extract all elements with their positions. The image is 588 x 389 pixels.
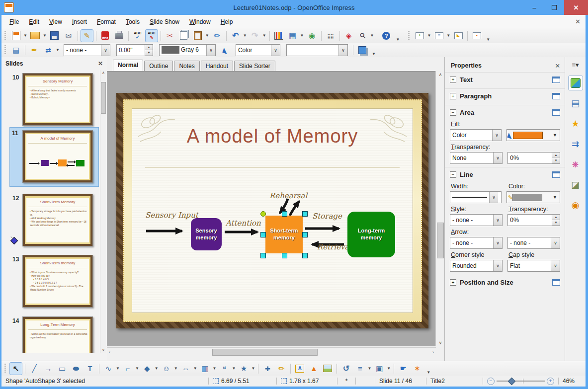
spin-down-icon[interactable]: ▼ <box>552 158 560 163</box>
properties-close-icon[interactable]: ✕ <box>555 62 560 70</box>
minimize-button[interactable]: – <box>524 0 544 15</box>
open-button[interactable] <box>29 29 42 42</box>
paste-dropdown-caret[interactable]: ▼ <box>205 33 209 38</box>
slide-design-button[interactable] <box>452 29 465 42</box>
dropdown-arrow-icon[interactable]: ▼ <box>551 133 559 138</box>
email-button[interactable] <box>62 29 75 42</box>
sidebar-settings-icon[interactable]: ≡▾ <box>572 61 579 70</box>
fill-color-picker[interactable]: ▼ <box>506 129 560 141</box>
arrow-style-button[interactable] <box>42 44 55 57</box>
new-slide-dropdown-caret[interactable]: ▼ <box>427 33 431 38</box>
edit-points-button[interactable] <box>261 362 274 375</box>
expand-icon[interactable]: + <box>450 77 456 83</box>
tab-gallery[interactable] <box>568 177 583 192</box>
redo-button[interactable] <box>249 29 261 42</box>
zoom-dropdown-caret[interactable]: ▼ <box>370 33 374 38</box>
slide-indicator[interactable]: Slide 11 / 46 <box>375 378 426 385</box>
label-rehearsal[interactable]: Rehearsal <box>269 191 307 200</box>
dropdown-arrow-icon[interactable]: ∨ <box>338 45 347 56</box>
clone-formatting-button[interactable] <box>211 29 224 42</box>
animation-effects-button[interactable] <box>411 362 423 375</box>
spin-down-icon[interactable]: ▼ <box>145 50 153 56</box>
toolbar-overflow-icon[interactable]: ▼ <box>394 37 401 43</box>
scrollbar-thumb[interactable] <box>101 82 106 114</box>
redo-dropdown-caret[interactable]: ▼ <box>262 33 266 38</box>
slide-canvas[interactable]: A model of Memory <box>116 93 428 328</box>
scroll-down-icon[interactable]: ∨ <box>100 347 106 353</box>
menu-edit[interactable]: Edit <box>24 16 44 27</box>
scroll-left-icon[interactable]: ‹ <box>109 350 110 355</box>
toolbar-grip[interactable] <box>3 31 7 41</box>
toolbar-overflow-icon[interactable]: ▼ <box>485 37 492 43</box>
slide-thumbnail-12[interactable]: Short-Term Memory Temporary storage for … <box>22 194 93 246</box>
arrow-tool-button[interactable] <box>42 362 55 375</box>
shadow-button[interactable] <box>356 44 369 57</box>
menu-tools[interactable]: Tools <box>121 16 145 27</box>
arrow-start-select[interactable]: - none -∨ <box>450 237 503 249</box>
scroll-down-icon[interactable]: ∨ <box>436 340 445 345</box>
menu-file[interactable]: File <box>4 16 24 27</box>
dialog-launcher-icon[interactable] <box>552 77 560 83</box>
menu-format[interactable]: Format <box>92 16 121 27</box>
tab-slide-sorter[interactable]: Slide Sorter <box>234 61 275 71</box>
tab-styles-formatting[interactable] <box>568 157 583 172</box>
toolbar-grip[interactable] <box>407 31 411 41</box>
vertical-scrollbar[interactable]: ∧ ∨ <box>435 71 445 346</box>
dropdown-arrow-icon[interactable]: ∨ <box>206 45 215 56</box>
save-button[interactable] <box>48 29 61 42</box>
arrow-end-select[interactable]: - none -∨ <box>507 237 560 249</box>
box-short-term-memory[interactable]: Short-term memory <box>265 216 303 253</box>
expand-icon[interactable]: + <box>450 279 456 286</box>
zoom-out-icon[interactable]: − <box>487 378 495 385</box>
dropdown-arrow-icon[interactable]: ∨ <box>493 260 502 271</box>
horizontal-scrollbar[interactable]: ‹ › <box>107 347 436 357</box>
selection-handle[interactable] <box>282 211 287 217</box>
tab-custom-animation[interactable] <box>568 116 583 131</box>
toolbar-overflow-icon[interactable]: ▼ <box>425 370 432 376</box>
dialog-launcher-icon[interactable] <box>552 279 560 286</box>
basic-shapes-button[interactable] <box>141 362 154 375</box>
spin-down-icon[interactable]: ▼ <box>552 220 560 226</box>
new-slide-button[interactable] <box>413 29 426 42</box>
open-dropdown-caret[interactable]: ▼ <box>43 33 47 38</box>
cut-button[interactable] <box>164 29 176 42</box>
transparency-type-select[interactable]: None∨ <box>450 152 503 164</box>
arrange-button[interactable] <box>373 362 386 375</box>
zoom-track[interactable] <box>497 381 545 382</box>
layout-name[interactable]: Title2 <box>426 378 483 385</box>
selection-handle[interactable] <box>302 232 308 237</box>
fontwork-button[interactable] <box>293 362 306 375</box>
fill-type-select[interactable]: Color∨ <box>236 44 280 56</box>
dialog-launcher-icon[interactable] <box>552 109 560 116</box>
tab-handout[interactable]: Handout <box>201 61 233 71</box>
line-style-select[interactable]: - none -∨ <box>64 44 110 56</box>
spin-up-icon[interactable]: ▲ <box>145 45 153 50</box>
curve-caret[interactable]: ▼ <box>116 366 120 371</box>
collapse-icon[interactable]: − <box>450 171 456 178</box>
slide-layout-dropdown-caret[interactable]: ▼ <box>446 33 450 38</box>
navigator-button[interactable] <box>342 29 355 42</box>
from-file-button[interactable] <box>307 362 320 375</box>
table-dropdown-caret[interactable]: ▼ <box>300 33 304 38</box>
paste-button[interactable] <box>191 29 204 42</box>
selection-handle[interactable] <box>260 232 266 237</box>
dropdown-arrow-icon[interactable]: ▼ <box>551 195 559 200</box>
line-style-select[interactable]: - none -∨ <box>450 214 503 226</box>
slide-thumbnail-14[interactable]: Long-Term Memory Stores all the informat… <box>22 316 93 353</box>
connector-button[interactable] <box>121 362 134 375</box>
callouts-button[interactable] <box>218 362 231 375</box>
arrow-style-caret[interactable]: ▼ <box>56 48 60 52</box>
line-button[interactable] <box>28 44 41 57</box>
slide-title[interactable]: A model of Memory <box>132 126 413 147</box>
insert-table-button[interactable] <box>286 29 299 42</box>
tab-master-pages[interactable] <box>568 96 583 111</box>
line-width-select[interactable]: ∨ <box>450 191 502 203</box>
corner-style-select[interactable]: Rounded∨ <box>450 260 503 272</box>
zoom-slider-thumb[interactable] <box>508 378 516 386</box>
line-transparency-spinner[interactable]: 0% ▲▼ <box>507 214 560 226</box>
box-sensory-memory[interactable]: Sensory memory <box>191 218 222 250</box>
spin-up-icon[interactable]: ▲ <box>552 215 560 220</box>
print-button[interactable] <box>113 29 126 42</box>
symbol-shapes-button[interactable] <box>160 362 173 375</box>
alignment-caret[interactable]: ▼ <box>367 366 371 371</box>
